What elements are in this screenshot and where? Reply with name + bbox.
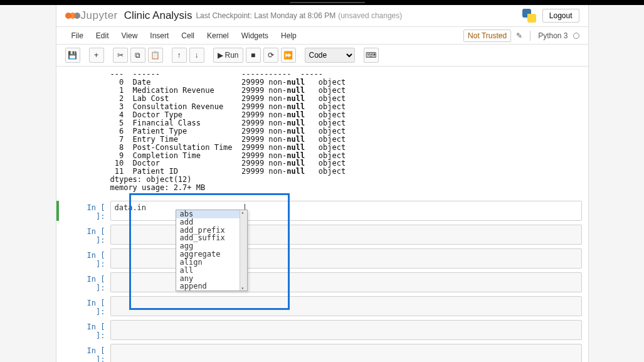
copy-cell-button[interactable]: ⧉ — [130, 48, 145, 63]
interrupt-kernel-button[interactable]: ■ — [246, 48, 261, 63]
checkpoint-info: Last Checkpoint: Last Monday at 8:06 PM — [196, 11, 335, 20]
menu-help[interactable]: Help — [275, 29, 303, 43]
play-icon: ▶ — [218, 51, 223, 60]
toolbar: 💾 + ✂ ⧉ 📋 ↑ ↓ ▶ Run ■ ⟳ ⏩ Code ⌨ — [56, 45, 588, 67]
menu-file[interactable]: File — [65, 29, 90, 43]
keyboard-icon: ⌨ — [366, 51, 376, 60]
code-cell-empty[interactable]: In [ ]: — [75, 320, 582, 340]
cell-input[interactable] — [110, 344, 582, 362]
move-cell-up-button[interactable]: ↑ — [172, 48, 187, 63]
output-area: --- ------ ----------- ----- 0 Date 2999… — [56, 70, 588, 192]
paste-icon: 📋 — [150, 51, 160, 60]
menu-view[interactable]: View — [115, 29, 144, 43]
not-trusted-button[interactable]: Not Trusted — [463, 29, 511, 42]
cell-prompt: In [ ]: — [75, 296, 110, 316]
cell-prompt: In [ ]: — [75, 272, 110, 292]
autocomplete-option[interactable]: add — [176, 218, 247, 226]
command-palette-button[interactable]: ⌨ — [364, 48, 379, 63]
menu-insert[interactable]: Insert — [144, 29, 175, 43]
insert-cell-button[interactable]: + — [89, 48, 104, 63]
save-icon: 💾 — [68, 51, 77, 60]
code-cell-empty[interactable]: In [ ]: — [75, 272, 582, 292]
cell-prompt: In [ ]: — [75, 320, 110, 340]
code-cell-empty[interactable]: In [ ]: — [75, 225, 582, 245]
fast-forward-icon: ⏩ — [283, 51, 293, 60]
copy-icon: ⧉ — [135, 51, 140, 60]
notebook: --- ------ ----------- ----- 0 Date 2999… — [56, 67, 588, 362]
menu-widgets[interactable]: Widgets — [235, 29, 275, 43]
code-cell-empty[interactable]: In [ ]: — [75, 344, 582, 362]
menu-cell[interactable]: Cell — [175, 29, 201, 43]
code-cell-active[interactable]: In [ ]: data.in — [75, 201, 582, 221]
jupyter-logo-icon — [65, 13, 78, 19]
kernel-idle-icon — [573, 33, 579, 39]
restart-run-all-button[interactable]: ⏩ — [281, 48, 296, 63]
unsaved-changes: (unsaved changes) — [338, 11, 402, 20]
autocomplete-option[interactable]: abs — [176, 210, 247, 218]
notebook-container: Jupyter Clinic Analysis Last Checkpoint:… — [56, 5, 589, 362]
autocomplete-popup[interactable]: absaddadd_prefixadd_suffixaggaggregateal… — [176, 210, 248, 291]
arrow-down-icon: ↓ — [195, 51, 199, 60]
cell-input[interactable] — [110, 320, 582, 340]
python-logo-icon — [522, 9, 536, 23]
cell-prompt: In [ ]: — [75, 344, 110, 362]
jupyter-logo[interactable]: Jupyter — [65, 9, 118, 22]
browser-chrome-bar — [0, 0, 644, 5]
autocomplete-option[interactable]: append — [176, 282, 247, 290]
divider — [530, 31, 531, 41]
cell-type-select[interactable]: Code — [305, 48, 355, 63]
run-cell-button[interactable]: ▶ Run — [213, 48, 243, 63]
notebook-title[interactable]: Clinic Analysis — [124, 9, 193, 22]
logout-button[interactable]: Logout — [542, 9, 579, 23]
run-label: Run — [225, 51, 239, 60]
stop-icon: ■ — [251, 51, 255, 60]
menu-edit[interactable]: Edit — [90, 29, 115, 43]
cut-cell-button[interactable]: ✂ — [113, 48, 128, 63]
scrollbar[interactable] — [240, 210, 247, 290]
cell-prompt: In [ ]: — [75, 248, 110, 269]
menu-kernel[interactable]: Kernel — [201, 29, 235, 43]
move-cell-down-button[interactable]: ↓ — [189, 48, 204, 63]
plus-icon: + — [94, 51, 98, 60]
cell-content: data.in — [115, 203, 147, 212]
paste-cell-button[interactable]: 📋 — [148, 48, 163, 63]
cell-prompt: In [ ]: — [75, 201, 110, 221]
restart-kernel-button[interactable]: ⟳ — [263, 48, 278, 63]
restart-icon: ⟳ — [268, 51, 274, 60]
cell-input[interactable] — [110, 296, 582, 316]
kernel-name[interactable]: Python 3 — [538, 31, 567, 40]
arrow-up-icon: ↑ — [177, 51, 181, 60]
autocomplete-option[interactable]: align — [176, 258, 247, 267]
header: Jupyter Clinic Analysis Last Checkpoint:… — [56, 5, 588, 27]
scissors-icon: ✂ — [117, 51, 124, 60]
save-button[interactable]: 💾 — [65, 48, 80, 63]
autocomplete-option[interactable]: all — [176, 267, 247, 275]
cell-prompt: In [ ]: — [75, 225, 110, 245]
jupyter-logo-text: Jupyter — [81, 9, 118, 22]
menubar: File Edit View Insert Cell Kernel Widget… — [56, 27, 588, 45]
edit-mode-icon: ✎ — [516, 31, 522, 40]
code-cell-empty[interactable]: In [ ]: — [75, 296, 582, 316]
code-cell-empty[interactable]: In [ ]: — [75, 248, 582, 269]
